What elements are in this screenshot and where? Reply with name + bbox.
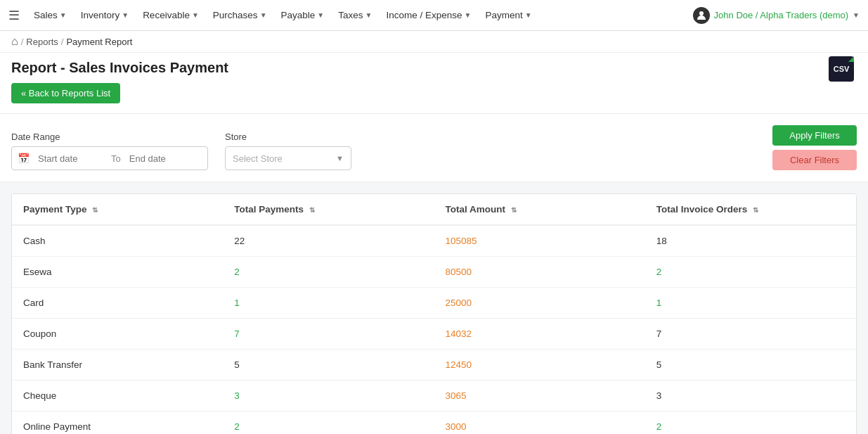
nav-sales-chevron-icon: ▼: [60, 11, 67, 19]
back-to-reports-button[interactable]: « Back to Reports List: [11, 83, 120, 103]
nav-purchases-chevron-icon: ▼: [260, 11, 267, 19]
cell-payment-type: Bank Transfer: [12, 350, 223, 381]
cell-total-amount: 25000: [434, 288, 645, 319]
store-label: Store: [225, 132, 351, 142]
nav-income-expense[interactable]: Income / Expense ▼: [380, 6, 477, 25]
breadcrumb-sep-2: /: [61, 37, 64, 47]
store-select[interactable]: Select Store ▼: [225, 146, 351, 170]
cell-total-orders: 3: [645, 381, 856, 411]
table-row: Cheque 3 3065 3: [12, 381, 856, 411]
cell-total-orders: 7: [645, 319, 856, 350]
table-row: Esewa 2 80500 2: [12, 257, 856, 288]
user-menu-chevron-icon: ▼: [853, 11, 860, 19]
store-group: Store Select Store ▼: [225, 132, 351, 170]
nav-purchases-label: Purchases: [213, 10, 258, 20]
cell-total-payments: 5: [223, 350, 434, 381]
nav-taxes-label: Taxes: [338, 10, 363, 20]
cell-total-payments: 2: [223, 257, 434, 288]
date-range-label: Date Range: [11, 132, 208, 142]
page-header: Report - Sales Invoices Payment « Back t…: [0, 53, 868, 114]
table-row: Online Payment 2 3000 2: [12, 411, 856, 435]
clear-filters-button[interactable]: Clear Filters: [772, 150, 857, 170]
cell-total-amount: 12450: [434, 350, 645, 381]
breadcrumb-current: Payment Report: [66, 37, 132, 47]
hamburger-icon[interactable]: ☰: [8, 8, 20, 23]
cell-total-amount: 3000: [434, 411, 645, 435]
cell-total-orders: 5: [645, 350, 856, 381]
start-date-input[interactable]: [35, 153, 105, 164]
report-table-container: Payment Type ⇅ Total Payments ⇅ Total Am…: [11, 193, 857, 434]
nav-payment-chevron-icon: ▼: [525, 11, 532, 19]
cell-total-payments: 7: [223, 319, 434, 350]
cell-payment-type: Card: [12, 288, 223, 319]
nav-taxes[interactable]: Taxes ▼: [332, 6, 377, 25]
breadcrumb: ⌂ / Reports / Payment Report: [0, 31, 868, 53]
nav-receivable[interactable]: Receivable ▼: [137, 6, 205, 25]
cell-payment-type: Coupon: [12, 319, 223, 350]
apply-filters-button[interactable]: Apply Filters: [772, 125, 857, 146]
cell-total-amount: 105085: [434, 225, 645, 257]
nav-income-expense-chevron-icon: ▼: [464, 11, 471, 19]
sort-total-payments-icon: ⇅: [309, 206, 315, 214]
cell-payment-type: Esewa: [12, 257, 223, 288]
cell-total-amount: 14032: [434, 319, 645, 350]
page-title: Report - Sales Invoices Payment: [11, 60, 857, 76]
cell-total-payments: 2: [223, 411, 434, 435]
cell-total-orders: 2: [645, 411, 856, 435]
cell-payment-type: Online Payment: [12, 411, 223, 435]
nav-receivable-chevron-icon: ▼: [192, 11, 199, 19]
nav-purchases[interactable]: Purchases ▼: [207, 6, 273, 25]
cell-total-orders: 18: [645, 225, 856, 257]
user-name-text: John Doe / Alpha Traders (demo): [714, 10, 849, 20]
table-row: Bank Transfer 5 12450 5: [12, 350, 856, 381]
nav-payable-chevron-icon: ▼: [317, 11, 324, 19]
csv-export-button[interactable]: CSV: [829, 56, 854, 82]
filter-buttons: Apply Filters Clear Filters: [772, 125, 857, 170]
cell-total-payments: 22: [223, 225, 434, 257]
nav-receivable-label: Receivable: [143, 10, 190, 20]
nav-payable-label: Payable: [281, 10, 316, 20]
user-avatar: [693, 7, 710, 24]
col-header-total-payments[interactable]: Total Payments ⇅: [223, 194, 434, 225]
cell-total-orders: 1: [645, 288, 856, 319]
home-icon[interactable]: ⌂: [11, 35, 18, 48]
report-table: Payment Type ⇅ Total Payments ⇅ Total Am…: [12, 194, 856, 434]
sort-total-invoice-orders-icon: ⇅: [753, 206, 758, 214]
date-range-inputs: 📅 To: [11, 146, 208, 170]
cell-total-payments: 3: [223, 381, 434, 411]
nav-inventory-chevron-icon: ▼: [122, 11, 129, 19]
cell-total-amount: 80500: [434, 257, 645, 288]
nav-payable[interactable]: Payable ▼: [276, 6, 330, 25]
nav-payment[interactable]: Payment ▼: [479, 6, 537, 25]
cell-total-payments: 1: [223, 288, 434, 319]
nav-income-expense-label: Income / Expense: [386, 10, 462, 20]
nav-payment-label: Payment: [485, 10, 522, 20]
filter-section: Date Range 📅 To Store Select Store ▼ App…: [0, 114, 868, 182]
store-select-placeholder: Select Store: [233, 153, 283, 164]
nav-taxes-chevron-icon: ▼: [365, 11, 373, 19]
nav-inventory[interactable]: Inventory ▼: [75, 6, 134, 25]
col-header-total-amount[interactable]: Total Amount ⇅: [434, 194, 645, 225]
col-header-total-invoice-orders[interactable]: Total Invoice Orders ⇅: [645, 194, 856, 225]
main-content: Payment Type ⇅ Total Payments ⇅ Total Am…: [0, 182, 868, 434]
csv-icon: CSV: [829, 56, 854, 82]
table-header-row: Payment Type ⇅ Total Payments ⇅ Total Am…: [12, 194, 856, 225]
nav-inventory-label: Inventory: [81, 10, 120, 20]
table-row: Coupon 7 14032 7: [12, 319, 856, 350]
end-date-input[interactable]: [127, 153, 197, 164]
nav-sales[interactable]: Sales ▼: [28, 6, 72, 25]
table-row: Cash 22 105085 18: [12, 225, 856, 257]
col-header-payment-type[interactable]: Payment Type ⇅: [12, 194, 223, 225]
top-navigation: ☰ Sales ▼ Inventory ▼ Receivable ▼ Purch…: [0, 0, 868, 31]
breadcrumb-reports[interactable]: Reports: [26, 37, 58, 47]
calendar-icon: 📅: [12, 153, 35, 164]
cell-payment-type: Cheque: [12, 381, 223, 411]
breadcrumb-sep-1: /: [21, 37, 24, 47]
date-range-group: Date Range 📅 To: [11, 132, 208, 170]
store-select-chevron-icon: ▼: [336, 154, 344, 162]
cell-total-orders: 2: [645, 257, 856, 288]
cell-total-amount: 3065: [434, 381, 645, 411]
date-to-label: To: [105, 153, 127, 164]
user-menu[interactable]: John Doe / Alpha Traders (demo) ▼: [693, 7, 860, 24]
table-row: Card 1 25000 1: [12, 288, 856, 319]
